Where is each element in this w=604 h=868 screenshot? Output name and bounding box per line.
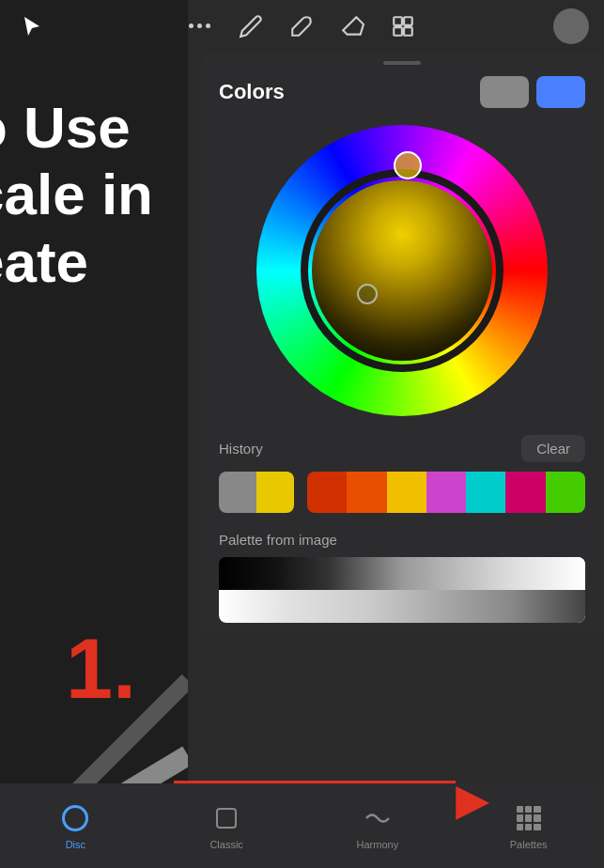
svg-rect-7 [404, 27, 412, 36]
tab-harmony-label: Harmony [357, 839, 399, 850]
history-section: History Clear [200, 435, 604, 522]
tab-classic-label: Classic [209, 839, 242, 850]
layers-tool[interactable] [386, 9, 420, 43]
cursor-tool[interactable] [15, 9, 49, 43]
palette-image-preview [219, 557, 585, 623]
svg-rect-5 [404, 17, 412, 25]
palette-label: Palette from image [219, 532, 585, 548]
palette-section: Palette from image [200, 522, 604, 632]
toolbar [0, 0, 604, 52]
more-options-button[interactable] [183, 9, 217, 43]
harmony-shape [364, 808, 391, 829]
classic-shape [216, 808, 237, 829]
avatar[interactable] [553, 8, 589, 44]
color-preview-primary[interactable] [480, 76, 529, 108]
disc-icon [58, 801, 92, 835]
canvas-text: o Use cale in eate [0, 94, 153, 295]
palette-bottom-row [219, 590, 585, 623]
tab-disc[interactable]: Disc [0, 801, 151, 850]
tab-harmony[interactable]: Harmony [302, 801, 454, 850]
pencil-tool[interactable] [234, 9, 268, 43]
toolbar-right [553, 8, 589, 44]
red-line-indicator [174, 781, 456, 783]
color-wheel[interactable] [256, 125, 548, 416]
panel-title: Colors [219, 80, 285, 104]
colors-panel: Colors History Clear [200, 52, 604, 632]
dot1 [189, 23, 194, 28]
panel-header: Colors [200, 65, 604, 116]
history-row: History Clear [219, 435, 585, 462]
swatches-left [219, 472, 294, 513]
toolbar-left [15, 9, 49, 43]
swatches-row [219, 472, 585, 513]
swatch-pink[interactable] [505, 472, 545, 513]
swatch-gray[interactable] [219, 472, 256, 513]
clear-button[interactable]: Clear [521, 435, 585, 462]
inner-disc [312, 180, 492, 361]
brush-tool[interactable] [285, 9, 318, 43]
swatch-cyan[interactable] [466, 472, 505, 513]
disc-shape [62, 805, 88, 831]
color-selector-inner[interactable] [357, 284, 378, 304]
red-arrow-icon: ► [445, 772, 501, 829]
swatch-yellow[interactable] [256, 472, 294, 513]
dot3 [206, 23, 210, 28]
svg-rect-6 [394, 27, 402, 36]
history-label: History [219, 441, 263, 457]
swatch-orange[interactable] [347, 472, 386, 513]
svg-rect-4 [394, 17, 402, 25]
swatch-purple[interactable] [426, 472, 466, 513]
bottom-tabs: Disc Classic Harmony [0, 783, 604, 868]
swatches-right [307, 472, 585, 513]
palettes-grid [517, 806, 541, 830]
tab-classic[interactable]: Classic [151, 801, 302, 850]
color-previews [480, 76, 585, 108]
color-wheel-container [200, 116, 604, 435]
eraser-tool[interactable] [335, 9, 369, 43]
swatch-red[interactable] [307, 472, 347, 513]
canvas-background: o Use cale in eate 1. [0, 0, 188, 868]
palettes-icon [512, 801, 546, 835]
swatch-gold[interactable] [387, 472, 426, 513]
tab-palettes-label: Palettes [510, 839, 548, 850]
dot2 [197, 23, 202, 28]
swatch-green[interactable] [546, 472, 585, 513]
classic-icon [209, 801, 243, 835]
tab-disc-label: Disc [66, 839, 85, 850]
color-selector-outer[interactable] [394, 151, 422, 179]
color-preview-secondary[interactable] [536, 76, 585, 108]
harmony-icon [361, 801, 395, 835]
palette-top-row [219, 557, 585, 590]
toolbar-center [183, 9, 420, 43]
